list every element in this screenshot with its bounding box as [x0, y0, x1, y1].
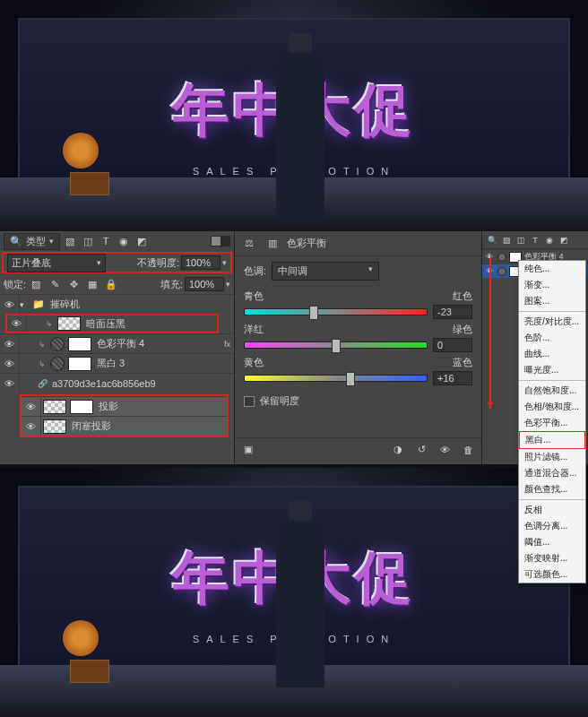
menu-item[interactable]: 照片滤镜...: [519, 449, 585, 465]
slider-value[interactable]: +16: [433, 371, 472, 385]
lock-transparent-icon[interactable]: ▨: [28, 276, 44, 292]
clip-icon: ↳: [43, 319, 56, 328]
fx-badge[interactable]: fx: [224, 340, 230, 349]
visibility-toggle[interactable]: 👁: [0, 374, 20, 393]
blend-mode-row: 正片叠底 ▾ 不透明度: 100% ▾: [2, 252, 232, 273]
slider-yellow-blue: 黄色 蓝色 +16: [244, 356, 472, 385]
filter-smart-icon[interactable]: ◩: [558, 234, 570, 246]
adjustment-thumb: [50, 337, 65, 351]
layer-name[interactable]: a3709d3e1ac6b856eb9: [52, 378, 156, 389]
toggle-visibility-icon[interactable]: 👁: [437, 442, 453, 458]
filter-pixel-icon[interactable]: ▧: [500, 234, 513, 246]
search-icon[interactable]: 🔍: [486, 234, 498, 246]
balance-icon: ⚖: [240, 237, 258, 251]
slider-value[interactable]: -23: [433, 305, 472, 319]
visibility-toggle[interactable]: 👁: [22, 397, 41, 416]
layer-name[interactable]: 黑白 3: [97, 357, 125, 370]
adjustment-thumb: [50, 357, 65, 371]
group-name[interactable]: 摧碎机: [50, 298, 80, 311]
opacity-input[interactable]: 100%: [181, 255, 220, 270]
menu-item[interactable]: 色相/饱和度...: [519, 399, 585, 415]
filter-type-icon[interactable]: T: [98, 233, 114, 249]
layer-name[interactable]: 色彩平衡 4: [97, 337, 144, 350]
checkbox[interactable]: [244, 396, 255, 407]
lock-paint-icon[interactable]: ✎: [47, 276, 63, 292]
chevron-down-icon[interactable]: ▾: [226, 280, 230, 289]
preset-icon[interactable]: ▥: [264, 237, 281, 251]
tone-select[interactable]: 中间调 ▾: [272, 262, 379, 281]
lock-artboard-icon[interactable]: ▦: [84, 276, 100, 292]
search-icon: 🔍: [10, 236, 22, 247]
filter-shape-icon[interactable]: ◉: [543, 234, 556, 246]
menu-item[interactable]: 阈值...: [519, 534, 585, 550]
filter-type-icon[interactable]: T: [529, 234, 541, 246]
layer-row[interactable]: 👁 ↳ 色彩平衡 4 fx: [0, 333, 234, 353]
menu-item[interactable]: 曝光度...: [519, 362, 585, 378]
menu-item[interactable]: 渐变映射...: [519, 550, 585, 566]
layer-row[interactable]: 👁 ↳ 暗面压黑: [5, 314, 219, 333]
slider-track[interactable]: [244, 308, 428, 315]
filter-adjust-icon[interactable]: ◫: [514, 234, 527, 246]
filter-type-select[interactable]: 🔍 类型 ▾: [4, 233, 60, 250]
menu-item[interactable]: 颜色查找...: [519, 481, 585, 497]
slider-track[interactable]: [244, 375, 428, 382]
layer-row[interactable]: 👁 ↳ 黑白 3: [0, 353, 234, 373]
mask-thumb: [70, 400, 93, 414]
delete-icon[interactable]: 🗑: [460, 442, 476, 458]
menu-item[interactable]: 反相: [519, 502, 585, 518]
blend-mode-select[interactable]: 正片叠底 ▾: [7, 254, 106, 272]
slider-thumb[interactable]: [309, 306, 318, 320]
filter-toggle[interactable]: [211, 236, 230, 246]
layer-row[interactable]: 👁 闭塞投影: [22, 416, 227, 436]
twisty-icon[interactable]: ▾: [20, 300, 30, 309]
layer-group-row[interactable]: 👁 ▾ 📁 摧碎机: [0, 294, 234, 314]
slider-track[interactable]: [244, 341, 428, 349]
adjustment-thumb: [497, 267, 506, 276]
filter-shape-icon[interactable]: ◉: [116, 233, 132, 249]
visibility-toggle[interactable]: 👁: [22, 417, 41, 436]
slider-value[interactable]: 0: [433, 338, 472, 352]
layer-name[interactable]: 暗面压黑: [86, 317, 125, 331]
menu-item[interactable]: 可选颜色...: [519, 566, 585, 583]
blend-mode-value: 正片叠底: [12, 256, 51, 270]
preserve-luminosity[interactable]: 保留明度: [244, 394, 472, 408]
clip-icon: ↳: [36, 359, 48, 368]
visibility-toggle[interactable]: 👁: [0, 354, 20, 373]
menu-item[interactable]: 曲线...: [519, 346, 585, 362]
filter-pixel-icon[interactable]: ▧: [62, 233, 78, 249]
lock-position-icon[interactable]: ✥: [65, 276, 82, 292]
view-previous-icon[interactable]: ◑: [390, 442, 406, 458]
menu-item[interactable]: 纯色...: [519, 261, 585, 277]
layer-row[interactable]: 👁 投影: [22, 396, 227, 416]
chevron-down-icon[interactable]: ▾: [222, 258, 227, 267]
menu-item[interactable]: 黑白...: [519, 431, 585, 449]
visibility-toggle[interactable]: 👁: [0, 334, 20, 353]
visibility-toggle[interactable]: 👁: [0, 295, 20, 314]
clip-to-layer-icon[interactable]: ▣: [240, 442, 256, 458]
fill-label: 填充:: [160, 278, 183, 291]
menu-item[interactable]: 色阶...: [519, 330, 585, 346]
slider-thumb[interactable]: [332, 339, 341, 353]
highlight-group: 👁 投影 👁 闭塞投影: [20, 394, 229, 437]
reset-icon[interactable]: ↺: [413, 442, 429, 458]
fill-input[interactable]: 100%: [185, 277, 224, 291]
layer-name[interactable]: 闭塞投影: [72, 419, 111, 433]
slider-right-label: 红色: [453, 289, 472, 303]
menu-item[interactable]: 色彩平衡...: [519, 415, 585, 431]
menu-item[interactable]: 自然饱和度...: [519, 383, 585, 399]
menu-item[interactable]: 渐变...: [519, 277, 585, 293]
layer-tree[interactable]: 👁 ▾ 📁 摧碎机 👁 ↳ 暗面压黑 👁 ↳ 色彩平衡 4 fx: [0, 294, 234, 464]
layer-name[interactable]: 投影: [99, 400, 118, 413]
menu-item[interactable]: 图案...: [519, 293, 585, 309]
menu-item[interactable]: 亮度/对比度...: [519, 314, 585, 330]
lock-all-icon[interactable]: 🔒: [103, 276, 119, 292]
menu-item[interactable]: 色调分离...: [519, 518, 585, 534]
new-adjustment-menu[interactable]: 纯色...渐变...图案...亮度/对比度...色阶...曲线...曝光度...…: [518, 260, 586, 583]
layer-row[interactable]: 👁 🔗 a3709d3e1ac6b856eb9: [0, 373, 234, 393]
filter-adjust-icon[interactable]: ◫: [80, 233, 96, 249]
slider-thumb[interactable]: [346, 372, 355, 386]
menu-item[interactable]: 通道混合器...: [519, 465, 585, 481]
filter-smart-icon[interactable]: ◩: [134, 233, 150, 249]
visibility-toggle[interactable]: 👁: [7, 315, 27, 332]
gramophone: [63, 142, 117, 195]
